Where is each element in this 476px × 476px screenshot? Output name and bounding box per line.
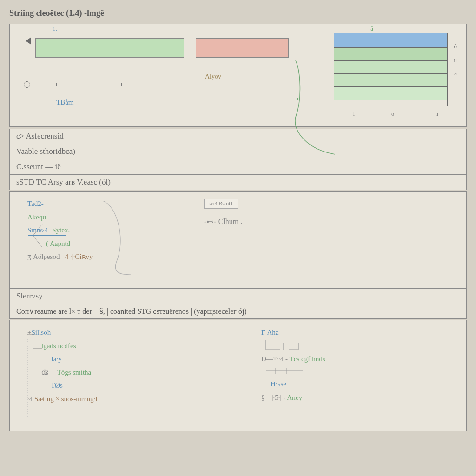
page-title: Striing cleoêtec (1.4) -lmgê xyxy=(9,8,467,18)
mid-item-ad2: Tad2- xyxy=(27,200,44,207)
bl-5: Sæting × snos-шmng·l xyxy=(34,395,97,403)
mid-content-panel: Tad2- Akеqu Smns·4 -Sytеx. ( Aapntd ʒ Aó… xyxy=(9,191,467,289)
diagram-panel: 1. å ð u a . xyxy=(9,24,467,127)
section-conregume: Cоп∨reaume arе l×·т·der—s᷇, | coanited S… xyxy=(9,304,467,319)
mid-item-smns-sfx: -Sytеx. xyxy=(50,226,70,234)
bl-2: Ja·y xyxy=(51,355,62,363)
mid-item-apes: ʒ Aólpеsod xyxy=(27,253,60,260)
mid-item-akqu: Akеqu xyxy=(27,213,46,221)
diagram-area: 1. å ð u a . xyxy=(10,24,466,126)
br-5-pfx: §—|·5·| - xyxy=(261,394,285,401)
bl-0: Sillsoh xyxy=(31,329,51,336)
section-slerrvsy: Slerrvsy xyxy=(9,289,467,304)
br-0: Г Aha xyxy=(261,329,278,336)
bottom-content-panel: +Sillsoh lgadś ncdfes Ja·y ʥ— Tögs smith… xyxy=(9,320,467,431)
br-2: Tсs cgfthnds xyxy=(290,355,325,363)
bottom-left-col: +Sillsoh lgadś ncdfes Ja·y ʥ— Tögs smith… xyxy=(18,326,224,425)
br-glyph-2 xyxy=(261,365,317,377)
bl-1: lgadś ncdfes xyxy=(41,342,76,350)
mid-right-hint: -⊷- Clhum . xyxy=(204,217,242,226)
bl-4: TØs xyxy=(51,382,63,389)
br-glyph-1 xyxy=(261,339,317,351)
section-std-tc: sSTD TC Arsy arв V.easc (ól) xyxy=(9,175,467,190)
br-4: H·ьse xyxy=(271,380,286,388)
mid-item-apes-sfx: 4 ·|·Ciʀvy xyxy=(65,253,93,260)
mid-code-list: Tad2- Akеqu Smns·4 -Sytеx. ( Aapntd ʒ Aó… xyxy=(18,197,139,264)
bl-3: Tögs smithа xyxy=(57,369,91,376)
bottom-right-col: Г Aha Ð—†··4 - Tсs cgfthnds H·ьse §—|·5·… xyxy=(252,326,458,425)
mid-right-box: нзЗ Bsint1 xyxy=(204,199,238,209)
br-5: Aпеy xyxy=(287,394,302,401)
mid-item-apnd: ( Aapntd xyxy=(46,240,70,247)
connector-curve xyxy=(10,24,465,164)
mid-item-smns: Smns·4 xyxy=(27,226,48,234)
br-2-pfx: Ð—†··4 - xyxy=(261,355,288,363)
